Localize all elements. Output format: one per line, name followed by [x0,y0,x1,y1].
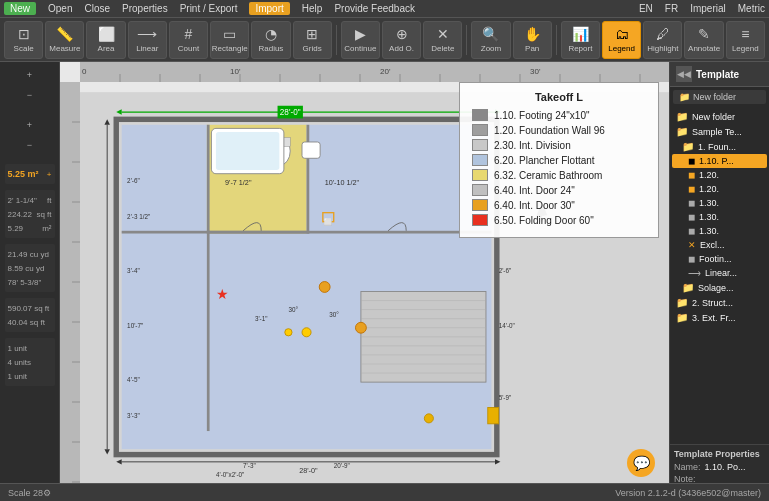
menu-open[interactable]: Open [48,3,72,14]
tool-addo[interactable]: ⊕ Add O. [382,21,421,59]
tree-item-110[interactable]: ◼ 1.10. P... [672,154,767,168]
legend-item-1: 1.10. Footing 24"x10" [472,109,646,121]
measurement-section-4: 590.07 sq ft 40.04 sq ft [5,298,55,332]
svg-text:5'-9": 5'-9" [499,394,512,401]
meas-label-9: 40.04 sq ft [8,318,45,327]
folder-icon-3: 📁 [682,141,694,152]
tool-legend2[interactable]: ≡ Legend [726,21,765,59]
tree-item-newfolder[interactable]: 📁 New folder [672,109,767,124]
new-folder-btn[interactable]: 📁 New folder [673,90,766,104]
tree-item-120b[interactable]: ◼ 1.20. [672,182,767,196]
item-icon-120a: ◼ [688,170,695,180]
nav-minus-top[interactable]: − [5,86,55,104]
tool-count-label: Count [178,44,199,53]
tree-item-footin[interactable]: ◼ Footin... [672,252,767,266]
tool-zoom[interactable]: 🔍 Zoom [471,21,510,59]
tool-rectangle[interactable]: ▭ Rectangle [210,21,249,59]
legend-label-6: 6.40. Int. Door 24" [494,185,575,196]
canvas-area[interactable]: 0 10' 20' 30' [60,62,669,501]
tool-count[interactable]: # Count [169,21,208,59]
tool-legend[interactable]: 🗂 Legend [602,21,641,59]
tool-report[interactable]: 📊 Report [561,21,600,59]
meas-add-1[interactable]: + [47,170,52,179]
menu-fr[interactable]: FR [665,3,678,14]
nav-minus-mid[interactable]: − [5,136,55,154]
menu-properties[interactable]: Properties [122,3,168,14]
svg-text:30°: 30° [288,306,298,313]
tool-linear[interactable]: ⟶ Linear [128,21,167,59]
tool-area[interactable]: ⬜ Area [86,21,125,59]
tree-item-extfr[interactable]: 📁 3. Ext. Fr... [672,310,767,325]
legend-item-8: 6.50. Folding Door 60" [472,214,646,226]
linear-icon: ⟶ [137,26,157,42]
grids-icon: ⊞ [306,26,318,42]
meas-label-4: 5.29 [8,224,24,233]
tree-item-foun[interactable]: 📁 1. Foun... [672,139,767,154]
svg-text:0: 0 [82,67,87,76]
item-icon-120b: ◼ [688,184,695,194]
tool-pan[interactable]: ✋ Pan [513,21,552,59]
tool-zoom-label: Zoom [481,44,501,53]
svg-point-80 [355,322,366,333]
tool-annotate[interactable]: ✎ Annotate [684,21,723,59]
nav-plus-mid[interactable]: + [5,116,55,134]
folder-icon-1: 📁 [676,111,688,122]
menu-import[interactable]: Import [249,2,289,15]
tree-item-130b[interactable]: ◼ 1.30. [672,210,767,224]
folder-icon: 📁 [679,92,690,102]
panel-collapse-btn[interactable]: ◀◀ [676,66,692,82]
tool-grids[interactable]: ⊞ Grids [293,21,332,59]
svg-text:2'-3 1/2": 2'-3 1/2" [127,213,150,220]
left-panel: + − + − 5.25 m² + 2' 1-1/4" ft 224.22 sq… [0,62,60,501]
tree-item-130c[interactable]: ◼ 1.30. [672,224,767,238]
legend-item-6: 6.40. Int. Door 24" [472,184,646,196]
legend-item-2: 1.20. Foundation Wall 96 [472,124,646,136]
status-bar: Scale 28 ⚙ Version 2.1.2-d (3436e502@mas… [0,483,769,501]
svg-point-81 [302,328,311,337]
tree-item-linear[interactable]: ⟶ Linear... [672,266,767,280]
tree-item-struct[interactable]: 📁 2. Struct... [672,295,767,310]
tree-item-excl[interactable]: ✕ Excl... [672,238,767,252]
separator2 [466,25,467,55]
tree-item-sample[interactable]: 📁 Sample Te... [672,124,767,139]
scale-icon-btn[interactable]: ⚙ [43,488,51,498]
legend-swatch-7 [472,199,488,211]
menu-feedback[interactable]: Provide Feedback [334,3,415,14]
meas-label-2: 2' 1-1/4" [8,196,37,205]
menu-print[interactable]: Print / Export [180,3,238,14]
measurement-section-5: 1 unit 4 units 1 unit [5,338,55,386]
menu-en[interactable]: EN [639,3,653,14]
menu-new[interactable]: New [4,2,36,15]
scale-label: Scale 28 [8,488,43,498]
tool-delete[interactable]: ✕ Delete [423,21,462,59]
tool-scale[interactable]: ⊡ Scale [4,21,43,59]
tool-scale-label: Scale [14,44,34,53]
tool-annotate-label: Annotate [688,44,720,53]
menu-close[interactable]: Close [84,3,110,14]
panel-title: Template [696,69,739,80]
legend-box: Takeoff L 1.10. Footing 24"x10" 1.20. Fo… [459,82,659,238]
chat-button[interactable]: 💬 [627,449,655,477]
prop-name-value: 1.10. Po... [705,462,746,472]
tool-legend2-label: Legend [732,44,759,53]
menu-imperial[interactable]: Imperial [690,3,726,14]
svg-rect-20 [60,82,80,501]
menu-help[interactable]: Help [302,3,323,14]
tool-highlight[interactable]: 🖊 Highlight [643,21,682,59]
svg-text:10'-10 1/2": 10'-10 1/2" [325,178,360,187]
tool-continue[interactable]: ▶ Continue [341,21,380,59]
svg-text:10': 10' [230,67,241,76]
nav-plus-top[interactable]: + [5,66,55,84]
tool-radius[interactable]: ◔ Radius [251,21,290,59]
tool-measure[interactable]: 📏 Measure [45,21,84,59]
tree-item-130a[interactable]: ◼ 1.30. [672,196,767,210]
folder-icon-6: 📁 [676,312,688,323]
svg-text:⬜: ⬜ [324,218,332,226]
svg-text:28'-0": 28'-0" [280,108,301,117]
tree-item-solage[interactable]: 📁 Solage... [672,280,767,295]
menu-metric[interactable]: Metric [738,3,765,14]
legend-item-3: 2.30. Int. Division [472,139,646,151]
right-panel-header: ◀◀ Template [670,62,769,87]
item-icon-110: ◼ [688,156,695,166]
tree-item-120a[interactable]: ◼ 1.20. [672,168,767,182]
